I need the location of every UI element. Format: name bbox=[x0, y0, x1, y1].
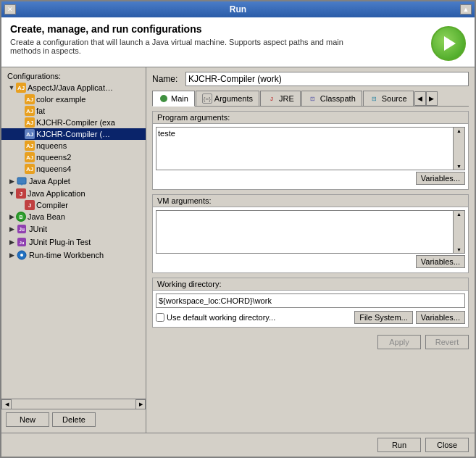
tree-item-label: Run-time Workbench bbox=[29, 251, 104, 259]
svg-text:Ju: Ju bbox=[19, 227, 25, 232]
header-text: Create, manage, and run configurations C… bbox=[10, 23, 372, 55]
apply-button[interactable]: Apply bbox=[377, 335, 421, 349]
tree-item-aj-java-app[interactable]: ▼ AJ AspectJ/Java Application bbox=[1, 82, 146, 93]
tree-item-label: AspectJ/Java Application bbox=[28, 83, 114, 92]
tree-item-nqueens4[interactable]: AJ nqueens4 bbox=[1, 163, 146, 175]
aj-icon: AJ bbox=[25, 94, 35, 104]
j-icon: J bbox=[25, 200, 35, 210]
vm-args-content: ▲ ▼ Variables... bbox=[153, 207, 468, 272]
run-triangle bbox=[444, 36, 456, 51]
program-args-scrollbar[interactable]: ▲ ▼ bbox=[454, 127, 465, 170]
tree-item-compiler[interactable]: J Compiler bbox=[1, 199, 146, 211]
tree-item-java-applet[interactable]: ▶ Java Applet bbox=[1, 175, 146, 188]
delete-button[interactable]: Delete bbox=[52, 412, 96, 427]
junit-icon: Ju bbox=[16, 223, 28, 235]
configurations-label: Configurations: bbox=[1, 70, 146, 82]
file-system-button[interactable]: File System... bbox=[354, 311, 413, 324]
scroll-up-arrow[interactable]: ▲ bbox=[456, 128, 462, 134]
tree-item-color-example[interactable]: AJ color example bbox=[1, 93, 146, 105]
program-args-content: teste ▲ ▼ Variables... bbox=[153, 124, 468, 189]
scroll-down-arrow[interactable]: ▼ bbox=[456, 163, 462, 170]
aj-icon: AJ bbox=[25, 152, 35, 162]
expand-icon: ▶ bbox=[7, 251, 16, 259]
jbean-icon: B bbox=[16, 212, 26, 222]
expand-icon: ▼ bbox=[7, 190, 16, 197]
svg-rect-0 bbox=[17, 178, 26, 184]
tree-item-label: KJCHR-Compiler (exa bbox=[36, 118, 115, 127]
aj-icon: AJ bbox=[16, 83, 26, 93]
run-icon bbox=[431, 26, 466, 61]
tab-scroll-right[interactable]: ▶ bbox=[426, 91, 438, 106]
header-description: Create a configuration that will launch … bbox=[10, 38, 372, 55]
tree-item-junit[interactable]: ▶ Ju JUnit bbox=[1, 222, 146, 236]
tab-scroll-left[interactable]: ◀ bbox=[414, 91, 426, 106]
program-vars-btn-row: Variables... bbox=[156, 170, 465, 186]
aj-icon: AJ bbox=[25, 129, 35, 139]
tree-item-runtime-workbench[interactable]: ▶ Run-time Workbench bbox=[1, 249, 146, 262]
svg-point-9 bbox=[20, 254, 23, 257]
scroll-right-btn[interactable]: ▶ bbox=[135, 399, 146, 409]
vm-variables-button[interactable]: Variables... bbox=[416, 255, 465, 268]
tree-item-fat[interactable]: AJ fat bbox=[1, 105, 146, 117]
tree-item-nqueens[interactable]: AJ nqueens bbox=[1, 140, 146, 151]
vm-args-textarea[interactable] bbox=[156, 210, 454, 254]
tab-main[interactable]: Main bbox=[152, 91, 195, 107]
vm-args-wrapper: ▲ ▼ bbox=[156, 210, 465, 254]
tree-item-label: Java Bean bbox=[28, 212, 65, 221]
name-input[interactable] bbox=[185, 72, 469, 86]
vm-args-scrollbar[interactable]: ▲ ▼ bbox=[454, 210, 465, 254]
name-label: Name: bbox=[152, 74, 181, 84]
tree-item-label: Java Application bbox=[28, 189, 85, 198]
wd-content: Use default working directory... File Sy… bbox=[153, 291, 468, 327]
right-bottom-actions: Apply Revert bbox=[152, 332, 469, 349]
tree-item-label: nqueens4 bbox=[36, 165, 71, 173]
tab-source[interactable]: ⊟ Source bbox=[363, 91, 414, 106]
main-content: Configurations: ▼ AJ AspectJ/Java Applic… bbox=[1, 67, 475, 433]
tree: ▼ AJ AspectJ/Java Application AJ color e… bbox=[1, 82, 146, 399]
tab-classpath[interactable]: ⊡ Classpath bbox=[301, 91, 362, 106]
program-args-textarea[interactable]: teste bbox=[156, 127, 454, 170]
scroll-down-arrow[interactable]: ▼ bbox=[456, 246, 462, 253]
program-args-label: Program arguments: bbox=[153, 112, 468, 124]
close-button[interactable]: Close bbox=[425, 438, 469, 452]
japplet-icon bbox=[16, 175, 28, 187]
tab-jre[interactable]: J JRE bbox=[260, 91, 301, 106]
args-tab-icon: {=} bbox=[202, 93, 212, 104]
scroll-up-arrow[interactable]: ▲ bbox=[456, 211, 462, 217]
tab-arguments[interactable]: {=} Arguments bbox=[196, 91, 259, 106]
scrollbar-track[interactable] bbox=[12, 399, 135, 409]
program-args-wrapper: teste ▲ ▼ bbox=[156, 127, 465, 170]
tree-item-kjchr-exa[interactable]: AJ KJCHR-Compiler (exa bbox=[1, 117, 146, 128]
tree-item-java-bean[interactable]: ▶ B Java Bean bbox=[1, 211, 146, 222]
j-icon: J bbox=[16, 188, 26, 199]
tree-item-label: Java Applet bbox=[29, 177, 70, 186]
tree-item-nqueens2[interactable]: AJ nqueens2 bbox=[1, 151, 146, 163]
scroll-left-btn[interactable]: ◀ bbox=[1, 399, 12, 409]
expand-icon: ▶ bbox=[7, 213, 16, 220]
expand-icon: ▼ bbox=[7, 84, 16, 91]
tree-item-label: JUnit bbox=[29, 225, 47, 233]
maximize-button[interactable]: ▲ bbox=[460, 4, 472, 14]
vm-args-label: VM arguments: bbox=[153, 195, 468, 207]
tree-item-java-application[interactable]: ▼ J Java Application bbox=[1, 188, 146, 199]
program-variables-button[interactable]: Variables... bbox=[416, 172, 465, 185]
horizontal-scrollbar[interactable]: ◀ ▶ bbox=[1, 399, 146, 409]
new-button[interactable]: New bbox=[6, 412, 49, 427]
tab-arguments-label: Arguments bbox=[214, 94, 253, 103]
left-panel: Configurations: ▼ AJ AspectJ/Java Applic… bbox=[1, 67, 146, 433]
close-button[interactable]: ✕ bbox=[4, 4, 16, 14]
working-directory-section: Working directory: Use default working d… bbox=[152, 278, 469, 328]
wd-path-input[interactable] bbox=[156, 293, 465, 308]
bottom-bar: Run Close bbox=[1, 433, 475, 457]
tree-item-kjchr-work[interactable]: AJ KJCHR-Compiler (work bbox=[1, 128, 146, 140]
tab-main-label: Main bbox=[171, 94, 188, 103]
expand-icon: ▶ bbox=[7, 238, 16, 246]
wd-variables-button[interactable]: Variables... bbox=[416, 311, 465, 324]
aj-icon: AJ bbox=[25, 106, 35, 116]
tree-item-junit-plugin[interactable]: ▶ Ju JUnit Plug-in Test bbox=[1, 236, 146, 249]
svg-text:Ju: Ju bbox=[19, 241, 24, 245]
run-button[interactable]: Run bbox=[377, 438, 421, 452]
revert-button[interactable]: Revert bbox=[425, 335, 469, 349]
use-default-checkbox[interactable] bbox=[156, 313, 164, 322]
header-section: Create, manage, and run configurations C… bbox=[1, 17, 475, 67]
